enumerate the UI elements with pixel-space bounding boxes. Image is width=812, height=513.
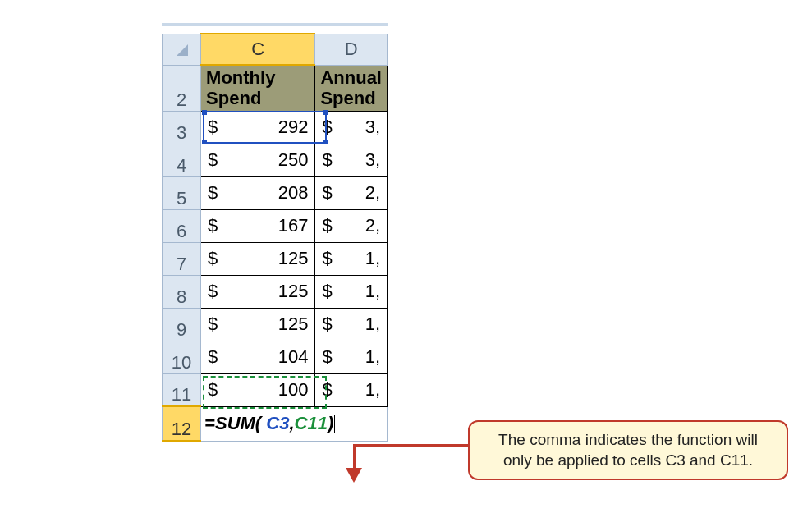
currency: $	[208, 379, 218, 401]
row-5: 5 $ 208 $ 2,	[163, 176, 388, 209]
select-all-icon	[173, 41, 190, 57]
row-number[interactable]: 6	[163, 209, 201, 242]
column-header-row: C D	[163, 34, 388, 65]
row-10: 10 $ 104 $ 1,	[163, 341, 388, 373]
row-number[interactable]: 9	[163, 308, 201, 341]
currency: $	[322, 117, 332, 138]
currency: $	[322, 215, 332, 236]
value: 125	[208, 314, 308, 335]
text-cursor-icon	[334, 415, 335, 433]
row-8: 8 $ 125 $ 1,	[163, 275, 388, 308]
cell-d8[interactable]: $ 1,	[315, 275, 388, 308]
currency: $	[208, 314, 218, 335]
column-header-d[interactable]: D	[315, 34, 388, 65]
cell-c9[interactable]: $ 125	[201, 308, 315, 341]
callout-line: The comma indicates the function will	[481, 430, 775, 451]
cell-d4[interactable]: $ 3,	[315, 144, 388, 176]
cell-c3[interactable]: $ 292	[201, 111, 315, 144]
formula-ref-c3: C3	[261, 413, 289, 433]
value: 208	[208, 182, 308, 204]
header-monthly-spend[interactable]: Monthly Spend	[201, 65, 315, 111]
row-2: 2 Monthly Spend Annual Spend	[163, 65, 388, 111]
row-4: 4 $ 250 $ 3,	[163, 144, 388, 176]
formula-equals: =	[204, 413, 215, 433]
cell-d11[interactable]: $ 1,	[315, 373, 388, 406]
cell-c10[interactable]: $ 104	[201, 341, 315, 373]
row-number[interactable]: 5	[163, 176, 201, 209]
value: 250	[208, 149, 308, 171]
cell-c5[interactable]: $ 208	[201, 176, 315, 209]
currency: $	[322, 314, 332, 335]
currency: $	[208, 281, 218, 302]
currency: $	[208, 117, 218, 138]
cell-d10[interactable]: $ 1,	[315, 341, 388, 373]
currency: $	[322, 346, 332, 368]
cell-d3[interactable]: $ 3,	[315, 111, 388, 144]
annotation-arrow-head-icon	[346, 468, 362, 483]
annotation-callout: The comma indicates the function will on…	[468, 420, 788, 480]
cell-c6[interactable]: $ 167	[201, 209, 315, 242]
currency: $	[322, 149, 332, 171]
text: Spend	[206, 88, 261, 108]
row-12: 12 =SUM( C3,C11)	[163, 406, 388, 441]
currency: $	[208, 215, 218, 236]
row-6: 6 $ 167 $ 2,	[163, 209, 388, 242]
header-annual-spend[interactable]: Annual Spend	[315, 65, 388, 111]
text: Annual	[320, 67, 382, 88]
cell-d9[interactable]: $ 1,	[315, 308, 388, 341]
row-number[interactable]: 10	[163, 341, 201, 373]
value: 100	[208, 379, 308, 401]
formula-close-paren: )	[328, 413, 333, 433]
cell-c7[interactable]: $ 125	[201, 242, 315, 275]
value: 125	[208, 281, 308, 302]
value: 292	[208, 117, 308, 138]
cell-d5[interactable]: $ 2,	[315, 176, 388, 209]
column-header-c[interactable]: C	[201, 34, 315, 65]
row-number[interactable]: 8	[163, 275, 201, 308]
currency: $	[208, 346, 218, 368]
row-number[interactable]: 3	[163, 111, 201, 144]
row-number[interactable]: 7	[163, 242, 201, 275]
row-11: 11 $ 100 $ 1,	[163, 373, 388, 406]
row-number[interactable]: 2	[163, 65, 201, 111]
grid[interactable]: C D 2 Monthly Spend Annual Spend 3 $ 292…	[162, 33, 388, 442]
value: 104	[208, 346, 308, 368]
cell-c12-formula[interactable]: =SUM( C3,C11)	[201, 406, 388, 441]
currency: $	[208, 248, 218, 269]
cell-d7[interactable]: $ 1,	[315, 242, 388, 275]
currency: $	[208, 182, 218, 204]
annotation-arrow-vertical	[353, 444, 356, 471]
cell-c8[interactable]: $ 125	[201, 275, 315, 308]
row-number-active[interactable]: 12	[163, 406, 201, 441]
currency: $	[322, 248, 332, 269]
annotation-arrow-horizontal	[353, 444, 468, 447]
row-3: 3 $ 292 $ 3,	[163, 111, 388, 144]
text: Spend	[320, 88, 375, 108]
text: Monthly	[206, 67, 275, 88]
value: 125	[208, 248, 308, 269]
callout-line: only be applied to cells C3 and C11.	[481, 451, 775, 471]
value: 167	[208, 215, 308, 236]
currency: $	[322, 379, 332, 401]
cell-d6[interactable]: $ 2,	[315, 209, 388, 242]
formula-ref-c11: C11	[295, 413, 328, 433]
currency: $	[322, 182, 332, 204]
select-all-corner[interactable]	[163, 34, 201, 65]
cell-c11[interactable]: $ 100	[201, 373, 315, 406]
row-7: 7 $ 125 $ 1,	[163, 242, 388, 275]
currency: $	[208, 149, 218, 171]
spreadsheet-fragment: C D 2 Monthly Spend Annual Spend 3 $ 292…	[162, 23, 388, 442]
row-9: 9 $ 125 $ 1,	[163, 308, 388, 341]
currency: $	[322, 281, 332, 302]
cell-c4[interactable]: $ 250	[201, 144, 315, 176]
formula-function: SUM	[215, 413, 255, 433]
row-number[interactable]: 11	[163, 373, 201, 406]
row-number[interactable]: 4	[163, 144, 201, 176]
